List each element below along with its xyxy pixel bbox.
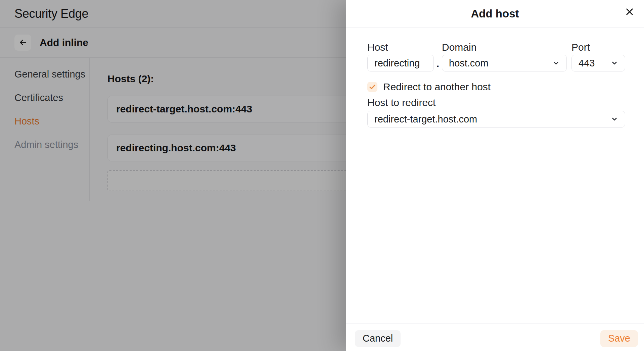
modal-footer: Cancel Save [346, 323, 644, 351]
check-icon [369, 83, 376, 91]
host-input[interactable] [367, 55, 434, 71]
host-label: Host [367, 43, 434, 52]
cancel-button[interactable]: Cancel [355, 330, 401, 347]
redirect-checkbox-label: Redirect to another host [383, 81, 491, 93]
host-to-redirect-label: Host to redirect [367, 98, 625, 107]
domain-select[interactable]: host.com [442, 55, 567, 71]
chevron-down-icon [552, 59, 560, 67]
add-host-modal: Add host Host . Domain host.com [346, 0, 644, 351]
close-button[interactable] [624, 6, 635, 17]
port-label: Port [571, 43, 625, 52]
redirect-checkbox[interactable] [367, 82, 377, 92]
host-to-redirect-value: redirect-target.host.com [374, 114, 477, 125]
modal-title: Add host [471, 7, 519, 20]
domain-select-value: host.com [449, 58, 489, 69]
close-icon [625, 7, 634, 16]
domain-label: Domain [442, 43, 567, 52]
host-to-redirect-select[interactable]: redirect-target.host.com [367, 111, 625, 128]
chevron-down-icon [611, 115, 618, 123]
save-button[interactable]: Save [600, 330, 638, 347]
port-select[interactable]: 443 [571, 55, 625, 71]
host-domain-separator: . [434, 58, 442, 71]
modal-body: Host . Domain host.com Port 443 [346, 28, 644, 128]
modal-header: Add host [346, 0, 644, 28]
port-select-value: 443 [579, 58, 595, 69]
chevron-down-icon [611, 59, 618, 67]
